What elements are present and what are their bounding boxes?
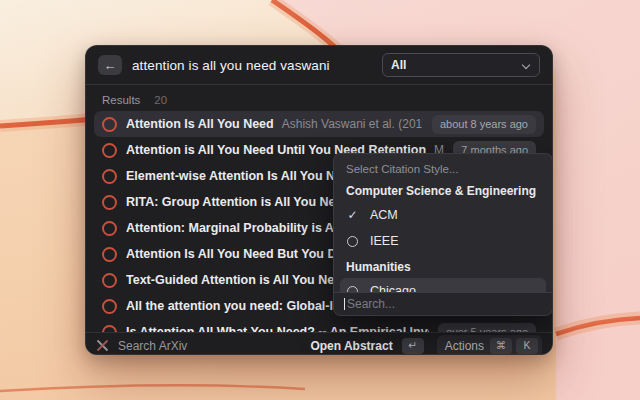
ring-icon [102, 325, 117, 333]
result-title: Element-wise Attention Is All You Need [126, 169, 357, 183]
actions-shortcut-keys: ⌘K [490, 338, 538, 354]
result-age-badge: about 8 years ago [432, 115, 536, 134]
key-badge: ⌘ [490, 338, 512, 354]
result-text: Attention Is All You NeedAshish Vaswani … [126, 117, 423, 131]
screen: { "background": { "palette": { "pink": "… [0, 0, 640, 400]
filter-dropdown[interactable]: All [382, 53, 540, 77]
results-count: 20 [154, 94, 167, 106]
filter-value: All [391, 58, 522, 72]
result-text: Is Attention All What You Need? -- An Em… [126, 325, 429, 332]
result-row[interactable]: Is Attention All What You Need? -- An Em… [94, 319, 544, 332]
result-row[interactable]: Attention Is All You NeedAshish Vaswani … [94, 111, 544, 137]
result-title: Attention Is All You Need [126, 117, 274, 131]
result-age-badge: over 5 years ago [438, 323, 536, 333]
back-button[interactable]: ← [98, 55, 122, 75]
ring-icon [102, 273, 117, 288]
search-header: ← attention is all you need vaswani All [86, 46, 552, 84]
citation-dropdown-title: Select Citation Style... [346, 163, 540, 175]
return-key-badge: ↵ [402, 338, 424, 354]
back-arrow-icon: ← [104, 59, 117, 72]
citation-style-label: ACM [370, 208, 398, 222]
actions-button[interactable]: Actions ⌘K [437, 335, 542, 356]
ring-icon [102, 117, 117, 132]
launcher-window: ← attention is all you need vaswani All … [85, 45, 553, 355]
results-header: Results 20 [86, 85, 552, 109]
ring-icon [102, 221, 117, 236]
ring-icon [102, 299, 117, 314]
citation-search-input[interactable]: Search... [334, 292, 552, 315]
ring-icon [102, 247, 117, 262]
search-query[interactable]: attention is all you need vaswani [132, 58, 330, 73]
key-badge: K [516, 338, 538, 354]
citation-style-label: IEEE [370, 234, 399, 248]
text-caret [344, 298, 345, 310]
radio-circle-icon [347, 236, 358, 247]
citation-style-option[interactable]: ✓ACM [340, 202, 546, 228]
citation-style-list: Select Citation Style... Computer Scienc… [334, 154, 552, 304]
ring-icon [102, 143, 117, 158]
result-author: Ashish Vaswani et al. (2017) [282, 117, 423, 131]
chevron-down-icon [522, 61, 531, 70]
ring-icon [102, 169, 117, 184]
result-title: Is Attention All What You Need? -- An Em… [126, 325, 429, 332]
ring-icon [102, 195, 117, 210]
open-abstract-button[interactable]: Open Abstract [310, 339, 392, 353]
results-label: Results [102, 94, 140, 106]
footer-app-label: Search ArXiv [118, 339, 187, 353]
arxiv-x-logo-icon [96, 339, 109, 352]
footer-bar: Search ArXiv Open Abstract ↵ Actions ⌘K [86, 332, 552, 355]
actions-label: Actions [445, 339, 484, 353]
citation-section-header: Humanities [346, 260, 540, 274]
citation-style-option[interactable]: IEEE [340, 228, 546, 254]
citation-search-placeholder: Search... [347, 297, 395, 311]
citation-style-dropdown: Select Citation Style... Computer Scienc… [333, 153, 553, 316]
check-icon: ✓ [346, 209, 359, 221]
citation-section-header: Computer Science & Engineering [346, 184, 540, 198]
